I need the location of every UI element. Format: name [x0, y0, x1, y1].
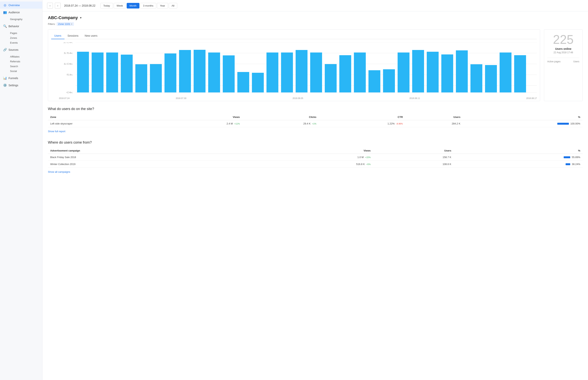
- svg-rect-18: [179, 50, 191, 93]
- sidebar-item-pages[interactable]: Pages: [8, 31, 42, 36]
- col-views: Views: [165, 114, 242, 120]
- filter-zone-label: Zone: [58, 23, 64, 25]
- svg-rect-32: [383, 69, 395, 93]
- date-range: 2018.07.24 — 2018.08.22: [64, 4, 95, 7]
- overview-icon: ◎: [3, 3, 7, 7]
- zone-views: 2.4 M +11%: [165, 120, 242, 127]
- campaign-name-2: Winter Collection 2019: [48, 161, 257, 168]
- svg-text:0k: 0k: [66, 91, 73, 94]
- sidebar-item-audience-label: Audience: [8, 11, 20, 14]
- campaign-views-badge-2: +5%: [366, 163, 371, 165]
- tab-new-users[interactable]: New users: [81, 33, 100, 39]
- progress-bar-wrap-1: 55.89%: [456, 156, 580, 159]
- col-users2: Users: [373, 148, 454, 154]
- svg-rect-22: [237, 72, 249, 93]
- content-area: ABC-Company ▼ Filters: Zone 1101 × Users…: [42, 11, 588, 380]
- sidebar-item-behavior[interactable]: 🔍 Behavior: [0, 23, 42, 30]
- progress-bar-2: [566, 163, 570, 165]
- sidebar-item-affiliates[interactable]: Affiliates: [8, 54, 42, 59]
- zones-table: Zone Views Clicks CTR Users % Left side …: [48, 114, 583, 127]
- x-label-3: 2018.08.05: [293, 97, 303, 99]
- show-full-report-link[interactable]: Show full report: [48, 130, 65, 133]
- svg-rect-39: [485, 65, 497, 93]
- sidebar-item-geography[interactable]: Geography: [8, 17, 42, 22]
- sidebar-item-behavior-label: Behavior: [8, 25, 19, 28]
- what-users-do-section: What do users do on the site? Zone Views…: [48, 107, 583, 136]
- toolbar: ‹ › 2018.07.24 — 2018.08.22 Today Week M…: [42, 0, 588, 11]
- sidebar-item-social[interactable]: Social: [8, 69, 42, 74]
- col-campaign: Advertisement campaign: [48, 148, 257, 154]
- svg-text:20k: 20k: [63, 42, 73, 43]
- next-button[interactable]: ›: [55, 3, 61, 8]
- x-label-1: 2018.07.24: [59, 97, 70, 99]
- settings-icon: ⚙️: [3, 83, 7, 87]
- sidebar-item-funnels[interactable]: 📊 Funnels: [0, 75, 42, 82]
- svg-rect-35: [427, 52, 439, 93]
- svg-rect-26: [296, 50, 307, 93]
- sidebar-item-sources[interactable]: 🔗 Sources: [0, 46, 42, 53]
- where-from-title: Where do users come from?: [48, 140, 583, 145]
- active-pages-header: Active pages Users: [547, 58, 579, 63]
- svg-rect-28: [325, 64, 336, 93]
- sidebar-item-events[interactable]: Events: [8, 40, 42, 45]
- active-pages-label: Active pages: [547, 60, 561, 63]
- chart-container: Users Sessions New users: [48, 29, 540, 101]
- period-3months[interactable]: 3 months: [140, 3, 156, 8]
- period-year[interactable]: Year: [157, 3, 168, 8]
- where-from-section: Where do users come from? Advertisement …: [48, 140, 583, 176]
- period-month[interactable]: Month: [127, 3, 139, 8]
- svg-rect-38: [470, 64, 482, 93]
- online-widget: 225 Users online 22 Aug 2018 17:48 Activ…: [544, 29, 583, 101]
- col-users: Users: [405, 114, 463, 120]
- chart-area: 20k 15k 10k 5k 0k: [51, 42, 537, 96]
- sidebar-item-referrals[interactable]: Referrals: [8, 59, 42, 64]
- period-all[interactable]: All: [169, 3, 177, 8]
- campaign-views-badge-1: +15%: [365, 156, 371, 158]
- col-percent2: %: [454, 148, 583, 154]
- sidebar-item-settings[interactable]: ⚙️ Settings: [0, 82, 42, 89]
- x-label-4: 2018.08.11: [409, 97, 420, 99]
- sidebar-item-overview[interactable]: ◎ Overview: [0, 1, 42, 9]
- svg-rect-34: [412, 50, 424, 93]
- svg-text:5k: 5k: [66, 74, 73, 76]
- table-row: Left side skyscraper 2.4 M +11% 29.4 K +…: [48, 120, 583, 127]
- tab-users[interactable]: Users: [51, 33, 64, 39]
- filter-zone-value: 1101: [65, 23, 70, 25]
- campaigns-table: Advertisement campaign Views Users % Bla…: [48, 148, 583, 168]
- tab-sessions[interactable]: Sessions: [64, 33, 82, 39]
- sidebar-item-search[interactable]: Search: [8, 64, 42, 69]
- chart-tabs: Users Sessions New users: [51, 33, 537, 39]
- svg-rect-24: [267, 53, 278, 93]
- svg-rect-11: [77, 52, 89, 93]
- chart-svg: 20k 15k 10k 5k 0k: [51, 42, 537, 96]
- behavior-icon: 🔍: [3, 24, 7, 28]
- progress-bar-1: [564, 156, 570, 158]
- svg-rect-20: [208, 53, 220, 93]
- svg-rect-15: [135, 64, 147, 93]
- svg-rect-41: [514, 55, 526, 93]
- sidebar-item-zones[interactable]: Zones: [8, 36, 42, 40]
- campaign-percent-1: 55.89%: [454, 154, 583, 161]
- sidebar: ◎ Overview 👥 Audience Geography 🔍 Behavi…: [0, 0, 42, 380]
- sidebar-item-audience[interactable]: 👥 Audience: [0, 9, 42, 16]
- progress-bar: [557, 123, 569, 125]
- prev-button[interactable]: ‹: [47, 3, 53, 8]
- svg-rect-40: [500, 53, 511, 93]
- table-row: Black Friday Sale 2018 1.0 M +15% 158.7 …: [48, 154, 583, 161]
- svg-rect-16: [150, 64, 162, 93]
- progress-bar-wrap-2: 38.24%: [456, 163, 580, 166]
- what-users-do-title: What do users do on the site?: [48, 107, 583, 111]
- period-week[interactable]: Week: [114, 3, 126, 8]
- company-header: ABC-Company ▼: [48, 15, 583, 20]
- funnels-icon: 📊: [3, 76, 7, 80]
- company-dropdown[interactable]: ▼: [79, 16, 82, 19]
- show-all-campaigns-link[interactable]: Show all campaigns: [48, 171, 70, 173]
- table-row: Winter Collection 2019 516.8 K +5% 108.6…: [48, 161, 583, 168]
- ctr-badge: -8.96%: [396, 123, 403, 125]
- period-today[interactable]: Today: [100, 3, 113, 8]
- svg-rect-27: [310, 53, 322, 93]
- online-date: 22 Aug 2018 17:48: [554, 51, 573, 54]
- filter-remove-button[interactable]: ×: [71, 23, 72, 25]
- svg-rect-33: [398, 53, 409, 93]
- main-content: ‹ › 2018.07.24 — 2018.08.22 Today Week M…: [42, 0, 588, 380]
